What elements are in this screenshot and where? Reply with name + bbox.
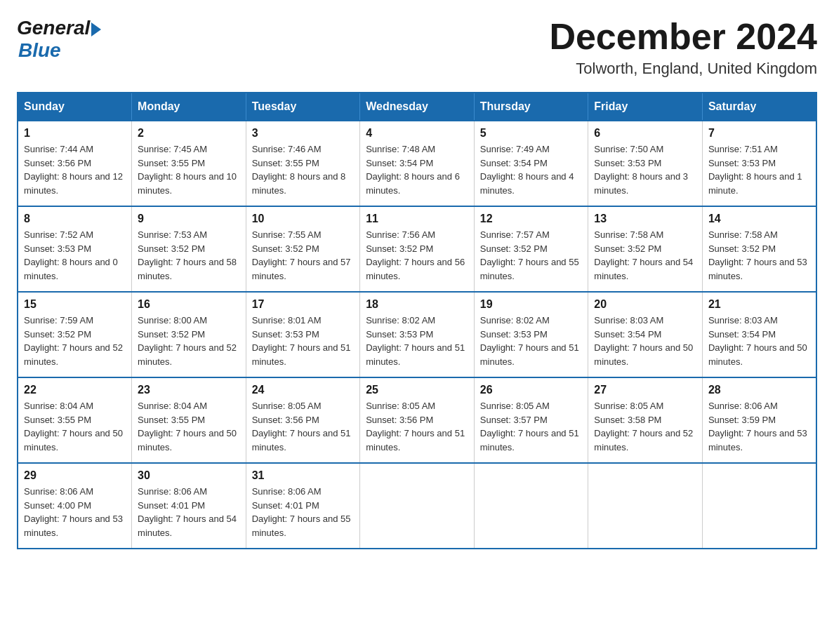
day-info: Sunrise: 7:56 AMSunset: 3:52 PMDaylight:… (366, 228, 468, 283)
day-info: Sunrise: 8:05 AMSunset: 3:58 PMDaylight:… (594, 399, 696, 454)
day-info: Sunrise: 8:05 AMSunset: 3:57 PMDaylight:… (480, 399, 583, 454)
weekday-header-thursday: Thursday (474, 93, 588, 121)
logo-blue-text: Blue (18, 39, 101, 62)
calendar-cell: 23Sunrise: 8:04 AMSunset: 3:55 PMDayligh… (132, 377, 246, 463)
calendar-cell: 11Sunrise: 7:56 AMSunset: 3:52 PMDayligh… (360, 206, 475, 292)
day-number: 9 (138, 213, 240, 225)
calendar-cell: 26Sunrise: 8:05 AMSunset: 3:57 PMDayligh… (474, 377, 588, 463)
day-number: 11 (366, 213, 468, 225)
day-number: 17 (252, 298, 355, 311)
calendar-cell: 27Sunrise: 8:05 AMSunset: 3:58 PMDayligh… (588, 377, 703, 463)
day-number: 26 (480, 384, 583, 396)
weekday-header-friday: Friday (588, 93, 703, 121)
day-number: 18 (366, 298, 468, 311)
month-title: December 2024 (549, 17, 817, 57)
calendar-cell: 19Sunrise: 8:02 AMSunset: 3:53 PMDayligh… (474, 292, 588, 377)
calendar-cell: 6Sunrise: 7:50 AMSunset: 3:53 PMDaylight… (588, 121, 703, 206)
day-info: Sunrise: 7:57 AMSunset: 3:52 PMDaylight:… (480, 228, 583, 283)
day-info: Sunrise: 8:00 AMSunset: 3:52 PMDaylight:… (138, 314, 240, 368)
calendar-cell: 12Sunrise: 7:57 AMSunset: 3:52 PMDayligh… (474, 206, 588, 292)
calendar-cell: 2Sunrise: 7:45 AMSunset: 3:55 PMDaylight… (132, 121, 246, 206)
day-info: Sunrise: 7:59 AMSunset: 3:52 PMDaylight:… (24, 314, 126, 368)
day-info: Sunrise: 7:51 AMSunset: 3:53 PMDaylight:… (708, 142, 810, 197)
calendar-cell: 29Sunrise: 8:06 AMSunset: 4:00 PMDayligh… (18, 463, 132, 549)
logo-arrow-icon (91, 22, 101, 36)
calendar-cell (474, 463, 588, 549)
weekday-header-saturday: Saturday (702, 93, 816, 121)
calendar-cell: 28Sunrise: 8:06 AMSunset: 3:59 PMDayligh… (702, 377, 816, 463)
day-info: Sunrise: 8:06 AMSunset: 4:00 PMDaylight:… (24, 485, 126, 539)
day-number: 22 (24, 384, 126, 396)
day-number: 30 (138, 469, 240, 482)
day-info: Sunrise: 7:48 AMSunset: 3:54 PMDaylight:… (366, 142, 468, 197)
day-number: 1 (24, 127, 126, 140)
day-info: Sunrise: 8:06 AMSunset: 3:59 PMDaylight:… (708, 399, 810, 454)
location-subtitle: Tolworth, England, United Kingdom (549, 60, 817, 78)
day-number: 5 (480, 127, 583, 140)
weekday-header-sunday: Sunday (18, 93, 132, 121)
day-number: 25 (366, 384, 468, 396)
day-info: Sunrise: 8:02 AMSunset: 3:53 PMDaylight:… (366, 314, 468, 368)
day-info: Sunrise: 7:44 AMSunset: 3:56 PMDaylight:… (24, 142, 126, 197)
calendar-cell: 16Sunrise: 8:00 AMSunset: 3:52 PMDayligh… (132, 292, 246, 377)
page-header: General Blue December 2024 Tolworth, Eng… (17, 17, 817, 78)
calendar-cell: 17Sunrise: 8:01 AMSunset: 3:53 PMDayligh… (246, 292, 360, 377)
weekday-header-wednesday: Wednesday (360, 93, 475, 121)
day-info: Sunrise: 7:49 AMSunset: 3:54 PMDaylight:… (480, 142, 583, 197)
day-info: Sunrise: 7:58 AMSunset: 3:52 PMDaylight:… (708, 228, 810, 283)
calendar-cell: 5Sunrise: 7:49 AMSunset: 3:54 PMDaylight… (474, 121, 588, 206)
day-info: Sunrise: 8:02 AMSunset: 3:53 PMDaylight:… (480, 314, 583, 368)
day-info: Sunrise: 8:05 AMSunset: 3:56 PMDaylight:… (252, 399, 355, 454)
calendar-cell: 9Sunrise: 7:53 AMSunset: 3:52 PMDaylight… (132, 206, 246, 292)
weekday-header-row: SundayMondayTuesdayWednesdayThursdayFrid… (18, 93, 816, 121)
day-info: Sunrise: 7:53 AMSunset: 3:52 PMDaylight:… (138, 228, 240, 283)
calendar-week-row: 8Sunrise: 7:52 AMSunset: 3:53 PMDaylight… (18, 206, 816, 292)
day-number: 3 (252, 127, 355, 140)
calendar-week-row: 29Sunrise: 8:06 AMSunset: 4:00 PMDayligh… (18, 463, 816, 549)
day-number: 21 (708, 298, 810, 311)
day-info: Sunrise: 7:58 AMSunset: 3:52 PMDaylight:… (594, 228, 696, 283)
calendar-cell: 15Sunrise: 7:59 AMSunset: 3:52 PMDayligh… (18, 292, 132, 377)
calendar-cell: 14Sunrise: 7:58 AMSunset: 3:52 PMDayligh… (702, 206, 816, 292)
day-number: 15 (24, 298, 126, 311)
calendar-cell: 30Sunrise: 8:06 AMSunset: 4:01 PMDayligh… (132, 463, 246, 549)
day-info: Sunrise: 8:03 AMSunset: 3:54 PMDaylight:… (708, 314, 810, 368)
day-info: Sunrise: 8:04 AMSunset: 3:55 PMDaylight:… (24, 399, 126, 454)
calendar-cell (588, 463, 703, 549)
calendar-title-area: December 2024 Tolworth, England, United … (549, 17, 817, 78)
day-info: Sunrise: 7:45 AMSunset: 3:55 PMDaylight:… (138, 142, 240, 197)
day-number: 23 (138, 384, 240, 396)
day-info: Sunrise: 8:06 AMSunset: 4:01 PMDaylight:… (138, 485, 240, 539)
calendar-cell: 10Sunrise: 7:55 AMSunset: 3:52 PMDayligh… (246, 206, 360, 292)
day-number: 19 (480, 298, 583, 311)
calendar-cell (360, 463, 475, 549)
calendar-week-row: 1Sunrise: 7:44 AMSunset: 3:56 PMDaylight… (18, 121, 816, 206)
calendar-cell: 13Sunrise: 7:58 AMSunset: 3:52 PMDayligh… (588, 206, 703, 292)
day-number: 24 (252, 384, 355, 396)
day-number: 27 (594, 384, 696, 396)
day-info: Sunrise: 7:50 AMSunset: 3:53 PMDaylight:… (594, 142, 696, 197)
calendar-table: SundayMondayTuesdayWednesdayThursdayFrid… (17, 92, 817, 549)
day-info: Sunrise: 8:04 AMSunset: 3:55 PMDaylight:… (138, 399, 240, 454)
day-number: 12 (480, 213, 583, 225)
day-info: Sunrise: 7:55 AMSunset: 3:52 PMDaylight:… (252, 228, 355, 283)
day-number: 20 (594, 298, 696, 311)
day-info: Sunrise: 8:06 AMSunset: 4:01 PMDaylight:… (252, 485, 355, 539)
calendar-week-row: 15Sunrise: 7:59 AMSunset: 3:52 PMDayligh… (18, 292, 816, 377)
day-number: 31 (252, 469, 355, 482)
calendar-week-row: 22Sunrise: 8:04 AMSunset: 3:55 PMDayligh… (18, 377, 816, 463)
day-info: Sunrise: 8:01 AMSunset: 3:53 PMDaylight:… (252, 314, 355, 368)
day-info: Sunrise: 8:05 AMSunset: 3:56 PMDaylight:… (366, 399, 468, 454)
day-number: 29 (24, 469, 126, 482)
day-number: 13 (594, 213, 696, 225)
day-number: 10 (252, 213, 355, 225)
calendar-cell: 20Sunrise: 8:03 AMSunset: 3:54 PMDayligh… (588, 292, 703, 377)
calendar-cell: 25Sunrise: 8:05 AMSunset: 3:56 PMDayligh… (360, 377, 475, 463)
day-number: 2 (138, 127, 240, 140)
calendar-cell: 3Sunrise: 7:46 AMSunset: 3:55 PMDaylight… (246, 121, 360, 206)
calendar-cell: 24Sunrise: 8:05 AMSunset: 3:56 PMDayligh… (246, 377, 360, 463)
day-number: 8 (24, 213, 126, 225)
weekday-header-tuesday: Tuesday (246, 93, 360, 121)
calendar-cell: 4Sunrise: 7:48 AMSunset: 3:54 PMDaylight… (360, 121, 475, 206)
day-number: 6 (594, 127, 696, 140)
